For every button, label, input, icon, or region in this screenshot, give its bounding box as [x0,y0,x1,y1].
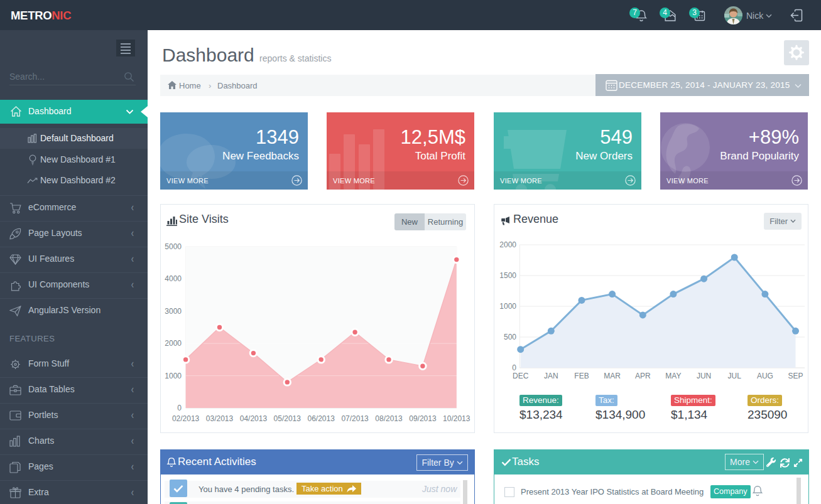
svg-text:MAR: MAR [604,372,621,380]
svg-text:10/2013: 10/2013 [443,414,470,423]
svg-text:JUL: JUL [728,372,742,380]
svg-text:AUG: AUG [757,372,773,380]
svg-text:JAN: JAN [544,372,558,380]
svg-text:05/2013: 05/2013 [274,414,302,423]
svg-text:03/2013: 03/2013 [206,414,234,423]
svg-text:MAY: MAY [665,372,681,380]
svg-text:3000: 3000 [165,307,182,316]
svg-text:SEP: SEP [788,372,803,380]
svg-text:08/2013: 08/2013 [375,414,403,423]
svg-text:5000: 5000 [165,242,182,251]
svg-text:1000: 1000 [499,302,516,311]
svg-text:2000: 2000 [499,240,516,249]
svg-text:0: 0 [177,404,182,412]
svg-text:1500: 1500 [499,271,516,280]
svg-text:0: 0 [512,363,516,372]
svg-text:DEC: DEC [513,372,529,380]
svg-text:APR: APR [635,372,651,380]
svg-text:500: 500 [504,333,516,341]
svg-text:07/2013: 07/2013 [341,414,369,423]
svg-text:02/2013: 02/2013 [172,414,200,423]
svg-text:04/2013: 04/2013 [240,414,268,423]
svg-text:FEB: FEB [574,372,589,380]
svg-text:2000: 2000 [165,339,182,348]
svg-text:06/2013: 06/2013 [308,414,335,423]
svg-text:4000: 4000 [165,274,182,283]
svg-text:1000: 1000 [165,372,182,380]
svg-text:09/2013: 09/2013 [409,414,437,423]
svg-text:JUN: JUN [697,372,711,380]
